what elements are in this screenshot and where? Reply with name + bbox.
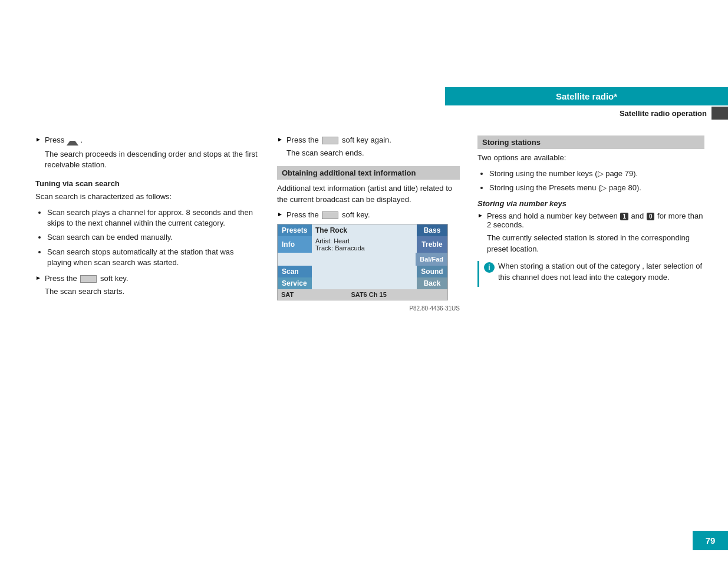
press-again-bullet: ► Press the soft key again. [277,135,460,144]
subtitle-text: Satellite radio operation [620,109,711,118]
page-number: 79 [693,531,728,550]
subtitle-dark-box [711,107,728,120]
search-desc: The search proceeds in descending order … [35,149,259,171]
scan-label: Scan [278,266,312,277]
main-content: ► Press . The search proceeds in descend… [35,135,704,527]
press-again-text: Press the soft key again. [286,135,391,144]
radio-display: Presets The Rock Bass Info Artist: Heart… [277,224,448,300]
radio-row-scan: Scan Sound [278,266,447,277]
press-hold-text: Press and hold a number key between 1 an… [487,211,704,229]
back-button[interactable]: Back [417,277,447,289]
sat-label: SAT [281,291,294,298]
storing-stations-heading: Storing stations [482,138,541,147]
option-1: Storing using the number keys (▷ page 79… [489,168,704,179]
two-options: Two options are available: [477,153,704,164]
radio-status-bar: SAT SAT6 Ch 15 [278,289,447,300]
info-label: Info [278,236,312,253]
header-bar: Satellite radio* Satellite radio operati… [445,87,728,120]
storing-number-keys-heading: Storing via number keys [477,199,704,208]
press-nav-bullet: ► Press . [35,135,259,146]
scan-desc: Scan search is characterized as follows: [35,191,259,203]
radio-row-service: Service Back [278,277,447,289]
additional-desc: Additional text information (artist and … [277,183,460,206]
radio-row-balfad: Bal/Fad [278,253,447,266]
bass-button[interactable]: Bass [417,224,447,236]
mid-column: ► Press the soft key again. The scan sea… [277,135,460,527]
treble-button[interactable]: Treble [417,236,447,253]
key-1-badge: 1 [620,213,628,220]
info-section: i When storing a station out of the cate… [477,261,704,287]
arrow-icon-5: ► [477,212,483,219]
right-column: Storing stations Two options are availab… [477,135,704,527]
presets-label: Presets [278,224,312,236]
artist-track: Artist: Heart Track: Barracuda [312,236,417,253]
press-info-text: Press the soft key. [286,210,370,219]
subtitle-bar: Satellite radio operation [445,107,728,120]
part-number: P82.80-4436-31US [277,305,460,312]
mountain-nav-icon [67,136,78,146]
press-softkey-text: Press the soft key. [45,274,129,283]
info-circle-icon: i [484,262,495,273]
storing-options: Storing using the number keys (▷ page 79… [477,168,704,193]
page-title: Satellite radio* [445,87,728,105]
sound-button[interactable]: Sound [417,266,447,277]
radio-row-presets: Presets The Rock Bass [278,224,447,236]
scan-bullets: Scan search plays a channel for approx. … [35,207,259,268]
info-icon-row: i When storing a station out of the cate… [484,261,704,287]
stored-desc: The currently selected station is stored… [477,233,704,255]
arrow-icon-4: ► [277,211,283,217]
scan-starts: The scan search starts. [35,286,259,297]
info-note: When storing a station out of the catego… [498,261,704,283]
softkey-rect-mid [322,137,338,144]
press-softkey-bullet: ► Press the soft key. [35,274,259,283]
obtaining-heading-box: Obtaining additional text information [277,166,460,180]
press-info-bullet: ► Press the soft key. [277,210,460,219]
tuning-heading: Tuning via scan search [35,179,259,188]
option-2: Storing using the Presets menu (▷ page 8… [489,183,704,193]
station-name: The Rock [312,224,417,236]
bullet-3: Scan search stops automatically at the s… [47,247,259,268]
arrow-icon-3: ► [277,136,283,143]
service-label: Service [278,277,312,289]
bullet-2: Scan search can be ended manually. [47,232,259,243]
press-hold-bullet: ► Press and hold a number key between 1 … [477,211,704,229]
radio-row-info: Info Artist: Heart Track: Barracuda Treb… [278,236,447,253]
scan-ends: The scan search ends. [277,148,460,159]
left-column: ► Press . The search proceeds in descend… [35,135,259,527]
softkey-rect-info [322,211,338,219]
obtaining-heading: Obtaining additional text information [282,168,416,177]
storing-stations-box: Storing stations [477,135,704,149]
press-nav-text: Press . [45,135,83,146]
sat-info: SAT6 Ch 15 [351,291,386,298]
bullet-1: Scan search plays a channel for approx. … [47,207,259,229]
softkey-rect-left [80,275,97,283]
arrow-icon: ► [35,136,41,143]
key-0-badge: 0 [647,213,655,220]
balfad-button[interactable]: Bal/Fad [416,253,447,266]
arrow-icon-2: ► [35,275,41,281]
